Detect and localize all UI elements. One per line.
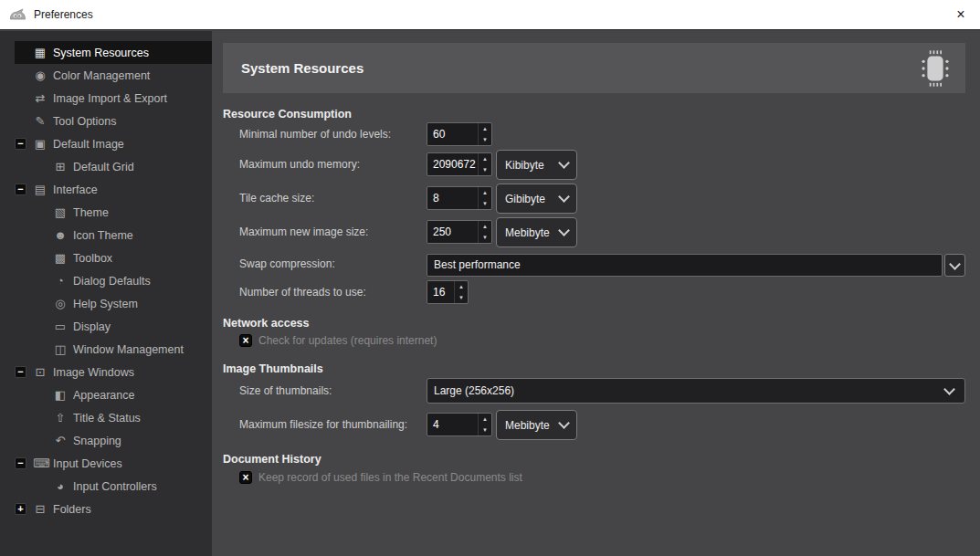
sidebar-item-label: Input Devices: [53, 457, 122, 470]
sidebar-item-icon-theme[interactable]: ☻ Icon Theme: [15, 224, 212, 247]
spin-down-icon[interactable]: ▼: [455, 292, 468, 303]
chip-icon: [914, 47, 956, 89]
sidebar-item-window-management[interactable]: ◫ Window Management: [15, 338, 212, 361]
spin-up-icon[interactable]: ▲: [479, 123, 491, 134]
threads-spinner[interactable]: 16 ▲▼: [427, 280, 469, 304]
page-header: System Resources: [223, 43, 965, 93]
spin-down-icon[interactable]: ▼: [479, 198, 491, 209]
sidebar-item-label: Title & Status: [73, 412, 141, 425]
spin-up-icon[interactable]: ▲: [479, 414, 491, 425]
spin-up-icon[interactable]: ▲: [479, 221, 491, 232]
thumb-size-select[interactable]: Large (256x256): [427, 378, 965, 404]
spin-down-icon[interactable]: ▼: [479, 164, 491, 175]
spinner-value[interactable]: 60: [427, 123, 478, 145]
thumb-size-label: Size of thumbnails:: [239, 379, 332, 403]
sidebar-item-label: Image Import & Export: [53, 92, 167, 105]
sidebar-item-default-grid[interactable]: ⊞ Default Grid: [15, 155, 212, 178]
section-resource-consumption: Resource Consumption: [223, 108, 352, 121]
preferences-window: Preferences × ▦ System Resources ◉ Color…: [0, 0, 980, 556]
default-image-icon: ▣: [33, 137, 47, 151]
sidebar-item-theme[interactable]: ▧ Theme: [15, 201, 212, 224]
max-new-image-unit-select[interactable]: Mebibyte: [496, 217, 577, 247]
sidebar: ▦ System Resources ◉ Color Management ⇄ …: [0, 31, 212, 556]
undo-levels-spinner[interactable]: 60 ▲▼: [427, 122, 492, 146]
spin-up-icon[interactable]: ▲: [479, 153, 491, 164]
sidebar-item-dialog-defaults[interactable]: ◔ Dialog Defaults: [15, 269, 212, 292]
close-button[interactable]: ×: [947, 1, 975, 28]
swap-compression-label: Swap compression:: [239, 253, 335, 276]
sidebar-item-help-system[interactable]: ◎ Help System: [15, 292, 212, 315]
spin-down-icon[interactable]: ▼: [479, 134, 491, 145]
spinner-value[interactable]: 250: [427, 221, 478, 243]
sidebar-item-default-image[interactable]: − ▣ Default Image: [15, 132, 212, 155]
chevron-down-icon: [558, 191, 570, 203]
tile-cache-unit-select[interactable]: Gibibyte: [496, 184, 577, 214]
expander-minus-icon[interactable]: −: [15, 138, 26, 150]
chevron-down-icon: [558, 157, 570, 169]
tile-cache-spinner[interactable]: 8 ▲▼: [427, 186, 492, 210]
sidebar-item-label: Appearance: [73, 389, 134, 402]
undo-memory-unit-select[interactable]: Kibibyte: [496, 150, 577, 180]
swap-compression-dropdown-button[interactable]: [944, 254, 965, 277]
spinner-value[interactable]: 2090672: [427, 153, 478, 175]
expander-minus-icon[interactable]: −: [15, 184, 26, 195]
sidebar-item-color-management[interactable]: ◉ Color Management: [15, 64, 212, 87]
undo-levels-label: Minimal number of undo levels:: [239, 122, 391, 146]
thumb-filesize-unit-select[interactable]: Mebibyte: [496, 410, 577, 440]
sidebar-item-folders[interactable]: + ⊟ Folders: [15, 498, 212, 520]
expander-minus-icon[interactable]: −: [15, 457, 26, 469]
spin-down-icon[interactable]: ▼: [479, 232, 491, 243]
titlebar: Preferences ×: [0, 0, 980, 29]
sidebar-item-label: Image Windows: [53, 366, 134, 379]
tile-cache-label: Tile cache size:: [239, 186, 314, 210]
title-status-icon: ⇧: [53, 411, 68, 425]
undo-memory-spinner[interactable]: 2090672 ▲▼: [427, 152, 492, 176]
sidebar-item-label: Color Management: [53, 69, 150, 82]
sidebar-item-appearance[interactable]: ◧ Appearance: [15, 383, 212, 406]
sidebar-item-image-import-export[interactable]: ⇄ Image Import & Export: [15, 87, 212, 110]
image-windows-icon: ⊡: [33, 365, 47, 379]
sidebar-item-interface[interactable]: − ▤ Interface: [15, 178, 212, 201]
spin-up-icon[interactable]: ▲: [455, 281, 468, 292]
sidebar-item-label: Display: [73, 320, 111, 333]
checkbox-checked-icon[interactable]: ×: [239, 471, 252, 484]
window-title: Preferences: [34, 8, 93, 21]
spin-up-icon[interactable]: ▲: [479, 187, 491, 198]
gimp-wilber-icon: [9, 8, 26, 22]
spinner-value[interactable]: 8: [427, 187, 478, 209]
help-system-icon: ◎: [53, 297, 68, 310]
expander-plus-icon[interactable]: +: [15, 503, 26, 515]
tool-options-icon: ✎: [33, 114, 47, 128]
display-icon: ▭: [53, 320, 68, 333]
max-new-image-spinner[interactable]: 250 ▲▼: [427, 220, 492, 244]
swap-compression-combo[interactable]: Best performance: [427, 254, 943, 277]
preferences-tree: ▦ System Resources ◉ Color Management ⇄ …: [0, 31, 212, 520]
chevron-down-icon: [949, 258, 961, 270]
spinner-value[interactable]: 4: [427, 414, 478, 435]
sidebar-item-title-status[interactable]: ⇧ Title & Status: [15, 406, 212, 429]
check-updates-checkbox-row[interactable]: × Check for updates (requires internet): [239, 334, 437, 347]
dialog-body: ▦ System Resources ◉ Color Management ⇄ …: [0, 29, 980, 556]
sidebar-item-image-windows[interactable]: − ⊡ Image Windows: [15, 361, 212, 383]
sidebar-item-label: Toolbox: [73, 252, 112, 265]
sidebar-item-system-resources[interactable]: ▦ System Resources: [15, 41, 212, 64]
sidebar-item-label: Dialog Defaults: [73, 275, 151, 288]
selected-unit: Kibibyte: [505, 159, 544, 172]
sidebar-item-label: Interface: [53, 184, 98, 196]
grid-icon: ⊞: [53, 160, 68, 173]
checkbox-checked-icon[interactable]: ×: [239, 334, 252, 347]
sidebar-item-tool-options[interactable]: ✎ Tool Options: [15, 110, 212, 132]
doc-history-checkbox-row[interactable]: × Keep record of used files in the Recen…: [239, 471, 522, 484]
spinner-value[interactable]: 16: [427, 281, 454, 303]
sidebar-item-snapping[interactable]: ↶ Snapping: [15, 429, 212, 452]
thumb-filesize-spinner[interactable]: 4 ▲▼: [427, 413, 492, 436]
spin-down-icon[interactable]: ▼: [479, 425, 491, 435]
sidebar-item-toolbox[interactable]: ▩ Toolbox: [15, 247, 212, 269]
expander-minus-icon[interactable]: −: [15, 366, 26, 378]
section-image-thumbnails: Image Thumbnails: [223, 362, 323, 375]
sidebar-item-input-devices[interactable]: − ⌨ Input Devices: [15, 452, 212, 475]
sidebar-item-label: Snapping: [73, 435, 121, 447]
sidebar-item-input-controllers[interactable]: ◕ Input Controllers: [15, 475, 212, 498]
selected-unit: Mebibyte: [505, 419, 550, 432]
sidebar-item-display[interactable]: ▭ Display: [15, 315, 212, 338]
